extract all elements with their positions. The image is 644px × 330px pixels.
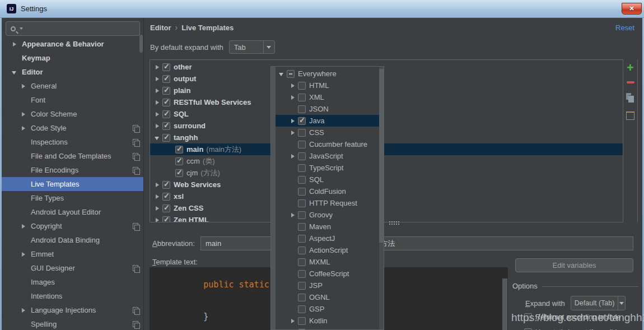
sidebar-item[interactable]: File Encodings (2, 163, 143, 177)
context-row[interactable]: GSP (276, 303, 380, 315)
popup-scrollbar-thumb[interactable] (379, 69, 384, 243)
edit-variables-button[interactable]: Edit variables (515, 258, 633, 272)
sidebar-item[interactable]: Copyright (2, 219, 143, 233)
context-row[interactable]: ColdFusion (276, 185, 380, 197)
checkbox[interactable] (162, 193, 170, 201)
template-tree-row[interactable]: Web Services (150, 179, 623, 190)
add-icon[interactable]: + (627, 63, 634, 73)
resize-handle-icon[interactable] (389, 221, 399, 225)
expand-arrow-icon[interactable] (289, 94, 297, 101)
expand-arrow-icon[interactable] (289, 82, 297, 90)
checkbox[interactable] (162, 181, 170, 189)
context-row[interactable]: HTTP Request (276, 197, 380, 209)
context-row[interactable]: JavaScript (276, 150, 380, 162)
sidebar-item[interactable]: Editor (2, 65, 143, 79)
checkbox[interactable] (162, 134, 170, 142)
sidebar-item[interactable]: Emmet (2, 247, 143, 261)
sidebar-item[interactable]: GUI Designer (2, 261, 143, 275)
context-row[interactable]: CoffeeScript (276, 268, 380, 280)
sidebar-item[interactable]: Appearance & Behavior (2, 37, 143, 51)
template-tree-row[interactable]: Zen CSS (150, 202, 623, 214)
template-tree-row[interactable]: surround (150, 120, 623, 132)
sidebar-item[interactable]: Keymap (2, 51, 143, 65)
template-tree-row[interactable]: SQL (150, 108, 623, 120)
expand-arrow-icon[interactable] (153, 122, 161, 130)
remove-icon[interactable] (627, 81, 634, 83)
option-checkbox-row[interactable]: Use static import if possible (523, 324, 641, 330)
checkbox[interactable] (298, 270, 306, 278)
checkbox[interactable] (298, 199, 306, 207)
context-row[interactable]: Java (276, 115, 380, 127)
checkbox[interactable] (298, 117, 306, 125)
context-row[interactable]: HTML (276, 80, 380, 91)
sidebar-scrollbar[interactable] (139, 35, 143, 53)
expand-arrow-icon[interactable] (20, 124, 27, 132)
expand-arrow-icon[interactable] (11, 40, 18, 48)
sidebar-item[interactable]: Intentions (2, 289, 143, 303)
checkbox[interactable] (162, 122, 170, 130)
checkbox[interactable] (298, 223, 306, 231)
expand-arrow-icon[interactable] (289, 117, 297, 125)
template-tree-row[interactable]: cjm (方法) (150, 167, 623, 179)
context-row[interactable]: Kotlin (276, 315, 380, 327)
checkbox[interactable] (298, 294, 306, 301)
context-row[interactable]: Cucumber feature (276, 138, 380, 150)
checkbox[interactable] (162, 87, 170, 95)
checkbox[interactable] (524, 328, 532, 330)
context-row[interactable]: XML (276, 91, 380, 103)
popup-scrollbar-track[interactable] (379, 67, 384, 330)
expand-arrow-icon[interactable] (278, 70, 286, 78)
context-row[interactable]: MXML (276, 256, 380, 268)
context-row[interactable]: Maven (276, 221, 380, 233)
sidebar-item[interactable]: Images (2, 275, 143, 289)
checkbox[interactable] (298, 247, 306, 254)
context-row[interactable]: CSS (276, 127, 380, 138)
default-expand-select[interactable]: Tab (229, 40, 275, 54)
expand-arrow-icon[interactable] (153, 99, 161, 106)
duplicate-icon[interactable] (626, 93, 635, 103)
sidebar-item[interactable]: Inspections (2, 135, 143, 149)
sidebar-item[interactable]: Font (2, 93, 143, 107)
expand-arrow-icon[interactable] (153, 87, 161, 95)
context-row[interactable]: Groovy (276, 209, 380, 221)
expand-arrow-icon[interactable] (289, 152, 297, 160)
checkbox[interactable] (298, 105, 306, 113)
sidebar-item[interactable]: General (2, 79, 143, 93)
expand-arrow-icon[interactable] (289, 211, 297, 219)
sidebar-item[interactable]: File Types (2, 191, 143, 205)
restore-defaults-icon[interactable] (626, 111, 634, 120)
close-button[interactable]: ✕ (622, 3, 642, 15)
checkbox[interactable] (162, 75, 170, 83)
context-row[interactable]: TypeScript (276, 162, 380, 174)
chevron-down-icon[interactable] (263, 41, 274, 53)
expand-arrow-icon[interactable] (11, 68, 18, 76)
template-tree-row[interactable]: plain (150, 85, 623, 96)
template-tree-row[interactable]: Zen HTML (150, 214, 623, 222)
editor-scrollbar[interactable] (502, 278, 507, 330)
checkbox[interactable] (287, 70, 295, 78)
expand-arrow-icon[interactable] (20, 222, 27, 230)
context-row[interactable]: SQL (276, 174, 380, 185)
checkbox[interactable] (298, 141, 306, 148)
context-row[interactable]: JSON (276, 103, 380, 115)
expand-arrow-icon[interactable] (20, 250, 27, 258)
checkbox[interactable] (162, 110, 170, 118)
expand-with-select[interactable]: Default (Tab) (571, 296, 626, 310)
expand-arrow-icon[interactable] (153, 75, 161, 83)
reset-link[interactable]: Reset (615, 24, 634, 32)
sidebar-item[interactable]: Live Templates (2, 177, 143, 191)
sidebar-item[interactable]: Color Scheme (2, 107, 143, 121)
expand-arrow-icon[interactable] (289, 317, 297, 325)
expand-arrow-icon[interactable] (153, 204, 161, 212)
option-checkbox-row[interactable]: Reformat according to style (523, 309, 641, 324)
expand-arrow-icon[interactable] (153, 110, 161, 118)
template-tree-row[interactable]: other (150, 61, 623, 73)
checkbox[interactable] (298, 258, 306, 266)
checkbox[interactable] (298, 211, 306, 219)
search-input[interactable] (6, 21, 140, 36)
expand-arrow-icon[interactable] (153, 63, 161, 71)
checkbox[interactable] (175, 157, 183, 165)
expand-arrow-icon[interactable] (153, 134, 161, 142)
checkbox[interactable] (298, 94, 306, 101)
sidebar-item[interactable]: File and Code Templates (2, 149, 143, 163)
